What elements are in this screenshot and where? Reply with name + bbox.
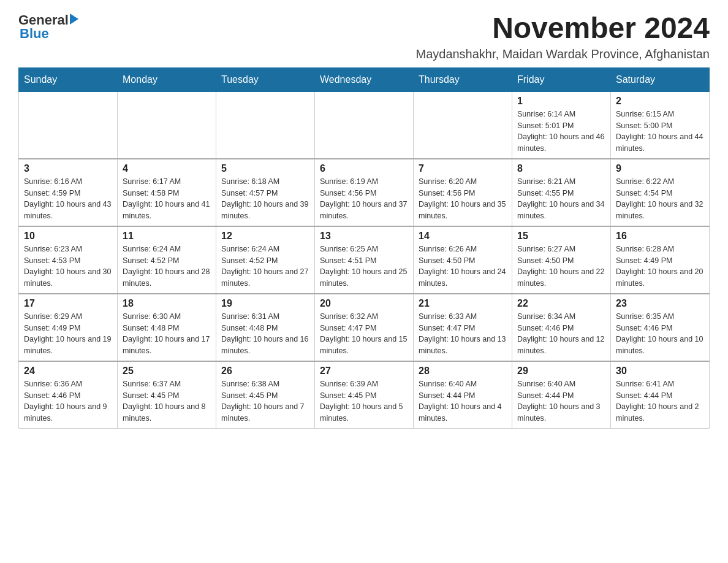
day-info: Sunrise: 6:23 AMSunset: 4:53 PMDaylight:… (24, 243, 112, 289)
calendar-week-row: 24Sunrise: 6:36 AMSunset: 4:46 PMDayligh… (19, 361, 710, 429)
day-header-wednesday: Wednesday (315, 67, 414, 91)
calendar-cell (118, 91, 216, 159)
day-number: 19 (221, 298, 309, 309)
calendar-week-row: 10Sunrise: 6:23 AMSunset: 4:53 PMDayligh… (19, 226, 710, 294)
days-of-week-row: SundayMondayTuesdayWednesdayThursdayFrid… (19, 67, 710, 91)
day-number: 1 (517, 96, 605, 107)
calendar-cell: 3Sunrise: 6:16 AMSunset: 4:59 PMDaylight… (19, 159, 118, 226)
day-number: 23 (616, 298, 704, 309)
page-header: General Blue November 2024 Maydanshakhr,… (18, 12, 710, 61)
day-info: Sunrise: 6:27 AMSunset: 4:50 PMDaylight:… (517, 243, 605, 289)
day-number: 14 (419, 231, 507, 242)
day-info: Sunrise: 6:24 AMSunset: 4:52 PMDaylight:… (221, 243, 309, 289)
day-number: 27 (320, 366, 408, 377)
day-number: 24 (24, 366, 112, 377)
calendar-cell: 14Sunrise: 6:26 AMSunset: 4:50 PMDayligh… (414, 226, 512, 294)
calendar-cell: 22Sunrise: 6:34 AMSunset: 4:46 PMDayligh… (512, 294, 611, 361)
day-info: Sunrise: 6:37 AMSunset: 4:45 PMDaylight:… (123, 378, 211, 424)
day-info: Sunrise: 6:38 AMSunset: 4:45 PMDaylight:… (221, 378, 309, 424)
day-number: 17 (24, 298, 112, 309)
day-number: 29 (517, 366, 605, 377)
calendar-cell: 16Sunrise: 6:28 AMSunset: 4:49 PMDayligh… (611, 226, 710, 294)
day-number: 5 (221, 163, 309, 174)
day-header-saturday: Saturday (611, 67, 710, 91)
location-subtitle: Maydanshakhr, Maidan Wardak Province, Af… (415, 47, 710, 61)
day-header-friday: Friday (512, 67, 611, 91)
calendar-header: SundayMondayTuesdayWednesdayThursdayFrid… (19, 67, 710, 91)
logo-arrow-icon (70, 13, 78, 25)
calendar-cell: 30Sunrise: 6:41 AMSunset: 4:44 PMDayligh… (611, 361, 710, 429)
calendar-week-row: 3Sunrise: 6:16 AMSunset: 4:59 PMDaylight… (19, 159, 710, 226)
day-info: Sunrise: 6:14 AMSunset: 5:01 PMDaylight:… (517, 109, 605, 155)
day-number: 10 (24, 231, 112, 242)
day-info: Sunrise: 6:26 AMSunset: 4:50 PMDaylight:… (419, 243, 507, 289)
day-number: 30 (616, 366, 704, 377)
calendar-cell (19, 91, 118, 159)
day-info: Sunrise: 6:16 AMSunset: 4:59 PMDaylight:… (24, 176, 112, 222)
day-info: Sunrise: 6:36 AMSunset: 4:46 PMDaylight:… (24, 378, 112, 424)
calendar-cell (216, 91, 315, 159)
day-info: Sunrise: 6:40 AMSunset: 4:44 PMDaylight:… (517, 378, 605, 424)
calendar-cell: 18Sunrise: 6:30 AMSunset: 4:48 PMDayligh… (118, 294, 216, 361)
day-info: Sunrise: 6:21 AMSunset: 4:55 PMDaylight:… (517, 176, 605, 222)
calendar-cell: 11Sunrise: 6:24 AMSunset: 4:52 PMDayligh… (118, 226, 216, 294)
calendar-week-row: 1Sunrise: 6:14 AMSunset: 5:01 PMDaylight… (19, 91, 710, 159)
calendar-cell: 4Sunrise: 6:17 AMSunset: 4:58 PMDaylight… (118, 159, 216, 226)
calendar-cell: 26Sunrise: 6:38 AMSunset: 4:45 PMDayligh… (216, 361, 315, 429)
day-number: 21 (419, 298, 507, 309)
day-header-tuesday: Tuesday (216, 67, 315, 91)
day-header-thursday: Thursday (414, 67, 512, 91)
day-info: Sunrise: 6:19 AMSunset: 4:56 PMDaylight:… (320, 176, 408, 222)
logo-blue: Blue (20, 26, 49, 42)
month-year-title: November 2024 (415, 12, 710, 45)
day-info: Sunrise: 6:17 AMSunset: 4:58 PMDaylight:… (123, 176, 211, 222)
day-info: Sunrise: 6:40 AMSunset: 4:44 PMDaylight:… (419, 378, 507, 424)
day-number: 22 (517, 298, 605, 309)
calendar-cell: 10Sunrise: 6:23 AMSunset: 4:53 PMDayligh… (19, 226, 118, 294)
calendar-cell (414, 91, 512, 159)
day-number: 20 (320, 298, 408, 309)
calendar-cell: 13Sunrise: 6:25 AMSunset: 4:51 PMDayligh… (315, 226, 414, 294)
day-number: 3 (24, 163, 112, 174)
calendar-cell: 25Sunrise: 6:37 AMSunset: 4:45 PMDayligh… (118, 361, 216, 429)
day-header-monday: Monday (118, 67, 216, 91)
calendar-cell: 24Sunrise: 6:36 AMSunset: 4:46 PMDayligh… (19, 361, 118, 429)
day-info: Sunrise: 6:31 AMSunset: 4:48 PMDaylight:… (221, 311, 309, 357)
day-info: Sunrise: 6:34 AMSunset: 4:46 PMDaylight:… (517, 311, 605, 357)
day-info: Sunrise: 6:18 AMSunset: 4:57 PMDaylight:… (221, 176, 309, 222)
calendar-cell: 15Sunrise: 6:27 AMSunset: 4:50 PMDayligh… (512, 226, 611, 294)
logo: General Blue (18, 12, 78, 42)
calendar-cell: 5Sunrise: 6:18 AMSunset: 4:57 PMDaylight… (216, 159, 315, 226)
calendar-cell: 28Sunrise: 6:40 AMSunset: 4:44 PMDayligh… (414, 361, 512, 429)
day-number: 2 (616, 96, 704, 107)
day-info: Sunrise: 6:32 AMSunset: 4:47 PMDaylight:… (320, 311, 408, 357)
calendar-cell (315, 91, 414, 159)
day-info: Sunrise: 6:22 AMSunset: 4:54 PMDaylight:… (616, 176, 704, 222)
day-number: 13 (320, 231, 408, 242)
day-number: 25 (123, 366, 211, 377)
day-number: 7 (419, 163, 507, 174)
day-info: Sunrise: 6:20 AMSunset: 4:56 PMDaylight:… (419, 176, 507, 222)
calendar-cell: 12Sunrise: 6:24 AMSunset: 4:52 PMDayligh… (216, 226, 315, 294)
day-number: 28 (419, 366, 507, 377)
calendar-cell: 1Sunrise: 6:14 AMSunset: 5:01 PMDaylight… (512, 91, 611, 159)
title-block: November 2024 Maydanshakhr, Maidan Warda… (415, 12, 710, 61)
calendar-cell: 29Sunrise: 6:40 AMSunset: 4:44 PMDayligh… (512, 361, 611, 429)
calendar-cell: 21Sunrise: 6:33 AMSunset: 4:47 PMDayligh… (414, 294, 512, 361)
day-info: Sunrise: 6:39 AMSunset: 4:45 PMDaylight:… (320, 378, 408, 424)
calendar-cell: 17Sunrise: 6:29 AMSunset: 4:49 PMDayligh… (19, 294, 118, 361)
day-info: Sunrise: 6:35 AMSunset: 4:46 PMDaylight:… (616, 311, 704, 357)
day-number: 26 (221, 366, 309, 377)
day-header-sunday: Sunday (19, 67, 118, 91)
day-number: 16 (616, 231, 704, 242)
day-number: 4 (123, 163, 211, 174)
calendar-cell: 7Sunrise: 6:20 AMSunset: 4:56 PMDaylight… (414, 159, 512, 226)
calendar-cell: 23Sunrise: 6:35 AMSunset: 4:46 PMDayligh… (611, 294, 710, 361)
day-number: 11 (123, 231, 211, 242)
calendar-body: 1Sunrise: 6:14 AMSunset: 5:01 PMDaylight… (19, 91, 710, 428)
calendar-week-row: 17Sunrise: 6:29 AMSunset: 4:49 PMDayligh… (19, 294, 710, 361)
calendar-cell: 8Sunrise: 6:21 AMSunset: 4:55 PMDaylight… (512, 159, 611, 226)
calendar-cell: 27Sunrise: 6:39 AMSunset: 4:45 PMDayligh… (315, 361, 414, 429)
calendar-cell: 9Sunrise: 6:22 AMSunset: 4:54 PMDaylight… (611, 159, 710, 226)
calendar-cell: 20Sunrise: 6:32 AMSunset: 4:47 PMDayligh… (315, 294, 414, 361)
